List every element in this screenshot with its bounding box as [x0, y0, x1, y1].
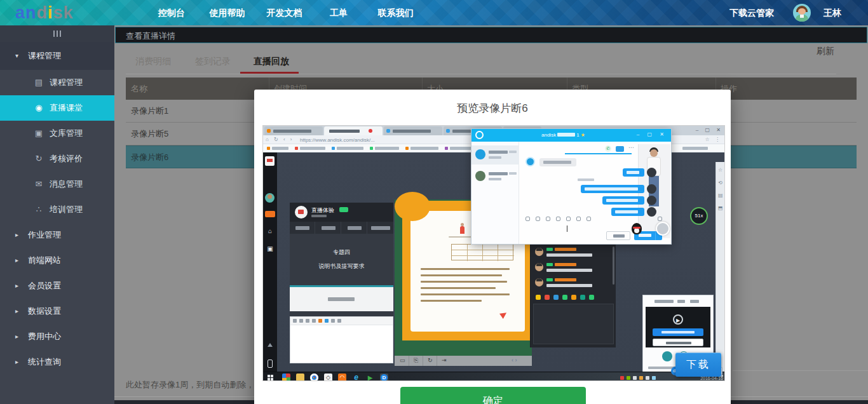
scrollbar[interactable]	[613, 246, 614, 285]
nav-item-tickets[interactable]: 工单	[320, 0, 358, 25]
video-player-icon[interactable]: ▶	[366, 374, 374, 381]
sidebar-item-live-class[interactable]: ◉ 直播课堂	[0, 95, 114, 121]
active-app-plate[interactable]: D	[380, 374, 388, 381]
stream-panel-header: 直播体验	[290, 203, 393, 222]
history-icon[interactable]	[587, 217, 591, 221]
self-avatar	[647, 184, 656, 194]
scissors-icon[interactable]	[546, 217, 550, 221]
chat-bubble-right	[611, 208, 644, 216]
sidebar-group-homework[interactable]: ▸ 作业管理	[0, 222, 114, 248]
sidebar-item-library[interactable]: ▣ 文库管理	[0, 121, 114, 146]
uc-browser-icon[interactable]: ◠	[338, 374, 346, 381]
sidebar-group-data[interactable]: ▸ 数据设置	[0, 299, 114, 324]
browser-app-icon[interactable]	[310, 374, 318, 381]
tab-consumption[interactable]: 消费明细	[135, 56, 171, 72]
sidebar-item-assessment[interactable]: ↻ 考核评价	[0, 146, 114, 172]
sidebar-item-training[interactable]: ∴ 培训管理	[0, 197, 114, 222]
orange-badge	[265, 211, 275, 217]
shake-icon[interactable]	[576, 217, 581, 221]
chat-message	[535, 263, 611, 276]
nav-item-console[interactable]: 控制台	[149, 0, 194, 25]
mobile-icon	[268, 360, 273, 368]
pinwheel-app-icon[interactable]	[282, 374, 290, 381]
blue-divider	[565, 153, 632, 154]
browser-tab	[384, 126, 442, 135]
nav-item-help[interactable]: 使用帮助	[203, 0, 251, 25]
download-manager-link[interactable]: 下载云管家	[729, 0, 774, 25]
teal-chip[interactable]	[662, 351, 672, 361]
contact-avatar	[475, 149, 485, 159]
chat-titlebar[interactable]: andisk1 ★ – ▢ ✕	[471, 129, 671, 142]
sidebar-item-course-mgmt[interactable]: ▤ 课程管理	[0, 70, 114, 95]
white-action-button[interactable]	[653, 339, 703, 346]
chat-title: andisk1 ★	[541, 132, 585, 138]
sidebar-group-members[interactable]: ▸ 会员设置	[0, 273, 114, 299]
refresh-button[interactable]: 刷新	[817, 46, 842, 60]
file-icon[interactable]	[566, 217, 571, 221]
editor-toolbar	[290, 317, 393, 325]
self-avatar	[647, 168, 656, 177]
chat-close-button[interactable]	[606, 231, 630, 240]
col-name: 名称	[131, 77, 147, 100]
sidebar-group-frontend[interactable]: ▸ 前端网站	[0, 248, 114, 273]
nav-item-contact[interactable]: 联系我们	[372, 0, 419, 25]
sidebar-collapse-button[interactable]	[0, 25, 114, 42]
contact-item-selected[interactable]	[471, 145, 519, 165]
emoji-icon[interactable]	[526, 217, 530, 221]
more-icon[interactable]: ⋯	[628, 144, 634, 151]
andisk-logo[interactable]: andisk	[15, 3, 74, 23]
divider	[733, 370, 868, 371]
sidebar-group-statistics[interactable]: ▸ 统计查询	[0, 349, 114, 375]
nav-item-devdocs[interactable]: 开发文档	[261, 0, 308, 25]
avatar[interactable]	[793, 4, 811, 22]
username[interactable]: 王林	[824, 0, 841, 25]
diamond-app-icon[interactable]: ◇	[324, 374, 332, 381]
image-icon[interactable]	[556, 217, 560, 221]
video-call-icon[interactable]	[616, 146, 624, 152]
chat-message	[535, 278, 611, 291]
chat-bubble-left	[539, 158, 576, 166]
chat-message	[535, 248, 611, 260]
library-icon: ▣	[33, 121, 44, 146]
chat-window: andisk1 ★ – ▢ ✕ ✆	[471, 128, 672, 245]
training-icon: ∴	[33, 197, 44, 222]
timestamp-dash	[578, 178, 594, 181]
chat-window-controls[interactable]: – ▢ ✕	[637, 131, 667, 137]
download-button[interactable]: 下载	[675, 353, 721, 377]
tab-checkin[interactable]: 签到记录	[195, 56, 231, 72]
discussion-input[interactable]	[533, 304, 614, 344]
sidebar-group-label: 课程管理	[28, 42, 61, 70]
chat-contact-list	[471, 142, 519, 244]
confirm-button[interactable]: 确定	[400, 387, 586, 404]
tabs-divider	[126, 74, 836, 74]
caret-down-icon: ▾	[15, 42, 18, 70]
page-title: 查看直播详情	[126, 30, 175, 42]
playback-toolbar: ▭ ⎘ ↻ ⇥ ‹ ›	[395, 356, 532, 366]
caret-right-icon: ▸	[15, 324, 18, 349]
folder-icon[interactable]	[296, 374, 304, 381]
sidebar-group-billing[interactable]: ▸ 费用中心	[0, 324, 114, 349]
sidebar-group-courses[interactable]: ▾ 课程管理	[0, 42, 114, 70]
windows-start-icon[interactable]	[268, 375, 273, 380]
stream-avatar	[295, 206, 308, 219]
ie-icon[interactable]: e	[352, 374, 360, 381]
editor-panel	[290, 316, 393, 363]
caret-right-icon: ▸	[15, 222, 18, 248]
video-area: ▶	[646, 307, 710, 347]
contact-item[interactable]	[471, 167, 519, 186]
browser-side-strip: ☆ ⟲ ▤ ⬒	[715, 162, 725, 381]
voice-call-icon[interactable]: ✆	[605, 145, 611, 152]
chat-bubble-right	[623, 168, 644, 177]
avatar-collar	[800, 15, 804, 18]
caret-right-icon: ▸	[15, 248, 18, 273]
play-icon[interactable]: ▶	[673, 314, 683, 325]
preview-modal: 预览录像片断6 – ▢ ✕ ⌂ ↻ ‹ › https://www.andisk…	[254, 90, 731, 404]
audio-icon[interactable]	[658, 217, 662, 221]
screenshot-icon[interactable]	[536, 217, 540, 221]
sidebar-item-messages[interactable]: ✉ 消息管理	[0, 172, 114, 197]
tab-replay[interactable]: 直播回放	[254, 56, 289, 72]
contact-avatar	[475, 171, 485, 181]
blue-action-button[interactable]	[653, 328, 703, 336]
gift-icon: ▣	[263, 245, 277, 252]
browser-tab-active	[324, 126, 383, 135]
